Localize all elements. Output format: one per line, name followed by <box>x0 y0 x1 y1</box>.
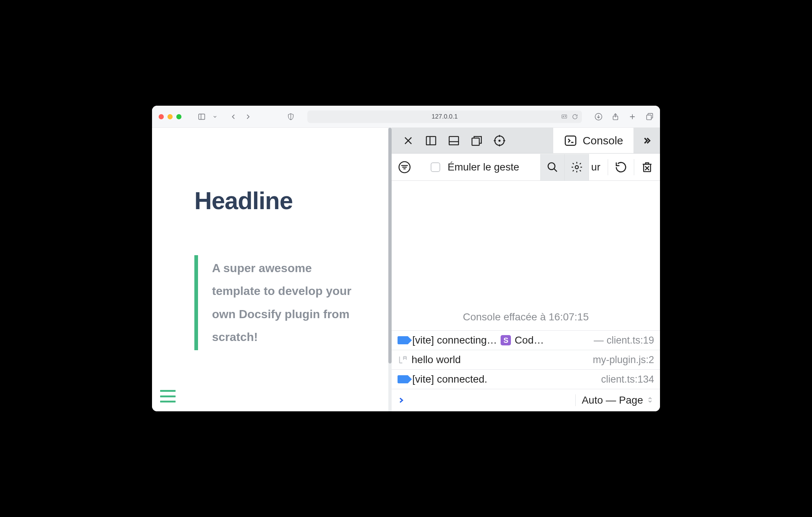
console-cleared-message: Console effacée à 16:07:15 <box>392 181 660 330</box>
search-console-button[interactable] <box>540 154 565 180</box>
console-prompt[interactable]: Auto — Page <box>392 389 660 411</box>
filter-menu-icon[interactable] <box>397 159 412 175</box>
content-area: Headline A super awesome template to dev… <box>152 128 660 411</box>
tabs-overflow-button[interactable] <box>633 128 660 153</box>
console-source-link[interactable]: —client.ts:19 <box>594 335 654 346</box>
console-icon <box>564 134 578 148</box>
window-close-button[interactable] <box>159 114 164 119</box>
blockquote-text: A super awesome template to develop your… <box>212 257 352 349</box>
svg-rect-15 <box>472 138 479 145</box>
share-icon[interactable] <box>611 113 619 121</box>
chevron-down-icon[interactable] <box>212 113 218 121</box>
console-settings-button[interactable] <box>565 154 589 180</box>
emulate-gesture-checkbox[interactable] <box>431 162 440 172</box>
browser-toolbar: 127.0.0.1 <box>152 106 660 128</box>
svg-point-28 <box>548 163 555 170</box>
svg-rect-13 <box>449 136 459 145</box>
console-toolbar: Émuler le geste ur <box>392 154 660 181</box>
truncated-text: ur <box>591 161 600 173</box>
svg-point-30 <box>575 165 578 169</box>
scrollbar-thumb[interactable] <box>388 128 392 363</box>
prompt-chevron-icon <box>398 397 405 404</box>
dock-window-icon[interactable] <box>470 134 483 147</box>
window-minimize-button[interactable] <box>167 114 173 119</box>
svg-rect-11 <box>426 136 436 145</box>
blockquote: A super awesome template to develop your… <box>194 255 371 350</box>
reload-console-button[interactable] <box>613 159 629 175</box>
tabs-overview-icon[interactable] <box>645 113 653 121</box>
dock-bottom-icon[interactable] <box>448 134 460 147</box>
svg-line-29 <box>554 169 557 172</box>
console-tab-label: Console <box>583 134 623 147</box>
console-message: [vite] connected. <box>412 373 597 385</box>
traffic-lights <box>159 114 181 119</box>
console-body: Console effacée à 16:07:15 [vite] connec… <box>392 181 660 411</box>
updown-chevron-icon <box>647 396 654 405</box>
console-entry[interactable]: hello world my-plugin.js:2 <box>392 350 660 370</box>
inspect-element-icon[interactable] <box>493 134 506 147</box>
console-entries: [vite] connecting… S Cod… —client.ts:19 <box>392 330 660 389</box>
log-level-log-icon <box>398 355 407 365</box>
console-source-link[interactable]: my-plugin.js:2 <box>593 354 654 366</box>
new-tab-icon[interactable] <box>628 113 636 121</box>
svg-rect-8 <box>647 115 652 120</box>
dock-left-icon[interactable] <box>425 134 437 147</box>
source-map-badge: S <box>501 335 511 345</box>
address-bar[interactable]: 127.0.0.1 <box>307 110 582 123</box>
webpage-viewport: Headline A super awesome template to dev… <box>152 128 391 411</box>
window-zoom-button[interactable] <box>176 114 181 119</box>
page-title: Headline <box>194 187 371 215</box>
console-entry[interactable]: [vite] connecting… S Cod… —client.ts:19 <box>392 331 660 350</box>
clear-console-button[interactable] <box>639 159 655 175</box>
svg-rect-0 <box>199 114 205 119</box>
console-message: [vite] connecting… S Cod… <box>412 334 589 346</box>
downloads-icon[interactable] <box>594 113 603 121</box>
svg-rect-2 <box>562 115 566 118</box>
log-level-info-icon <box>398 375 408 383</box>
devtools-panel: Console Émuler le geste <box>391 128 660 411</box>
console-source-link[interactable]: client.ts:134 <box>601 374 654 385</box>
back-button[interactable] <box>229 113 237 121</box>
execution-context-selector[interactable]: Auto — Page <box>575 394 654 406</box>
hamburger-menu-button[interactable] <box>160 390 176 402</box>
devtools-tabbar: Console <box>392 128 660 154</box>
forward-button[interactable] <box>244 113 252 121</box>
console-entry[interactable]: [vite] connected. client.ts:134 <box>392 370 660 389</box>
close-devtools-icon[interactable] <box>402 134 414 147</box>
console-message: hello world <box>412 354 588 366</box>
scrollbar[interactable] <box>388 128 392 411</box>
reload-icon[interactable] <box>572 113 578 120</box>
sidebar-toggle-icon[interactable] <box>198 113 206 121</box>
browser-window: 127.0.0.1 <box>152 106 660 411</box>
emulate-gesture-label: Émuler le geste <box>448 161 519 173</box>
log-level-info-icon <box>398 336 408 344</box>
svg-point-17 <box>498 140 501 142</box>
console-tab[interactable]: Console <box>553 128 633 153</box>
shield-icon[interactable] <box>287 113 295 121</box>
translate-icon[interactable] <box>561 114 568 120</box>
address-text: 127.0.0.1 <box>432 113 458 120</box>
